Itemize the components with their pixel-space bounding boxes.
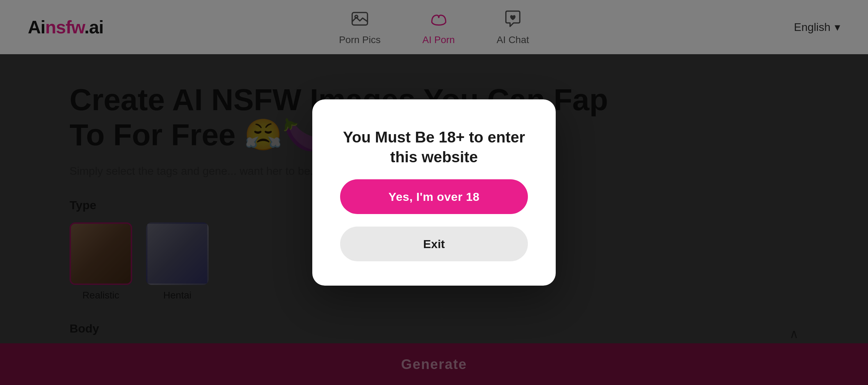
modal-title: You Must Be 18+ to enter this website — [340, 127, 528, 167]
confirm-age-button[interactable]: Yes, I'm over 18 — [340, 179, 528, 214]
age-verification-modal: You Must Be 18+ to enter this website Ye… — [312, 99, 556, 286]
modal-overlay: You Must Be 18+ to enter this website Ye… — [0, 0, 868, 385]
exit-button[interactable]: Exit — [340, 227, 528, 261]
